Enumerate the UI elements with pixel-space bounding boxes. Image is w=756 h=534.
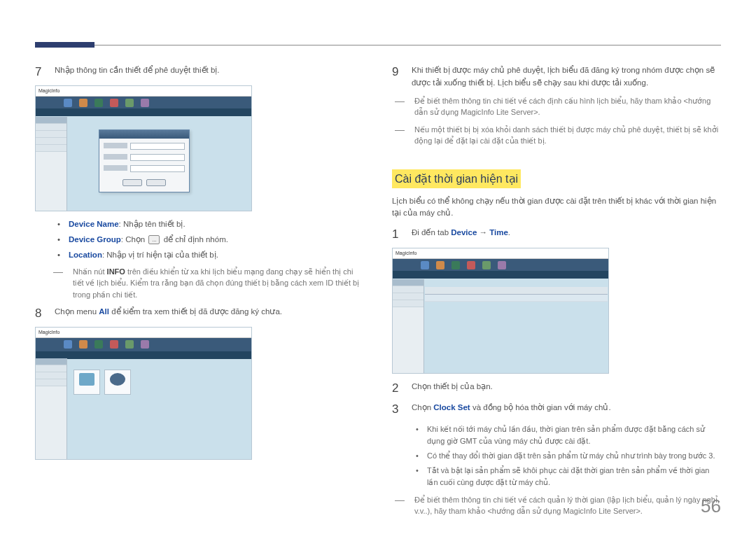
step-2: 2 Chọn thiết bị của bạn. bbox=[392, 381, 721, 396]
tab-device: Device bbox=[451, 228, 477, 237]
field-descriptions: • Device Name: Nhập tên thiết bị. • Devi… bbox=[57, 218, 364, 261]
info-button-label: INFO bbox=[107, 267, 125, 276]
screenshot-toolbar bbox=[393, 259, 608, 272]
screenshot-time-tab: MagicInfo bbox=[392, 248, 609, 374]
screenshot-device-list: MagicInfo bbox=[35, 327, 252, 460]
toolbar-icon bbox=[498, 261, 506, 269]
device-thumb bbox=[104, 370, 131, 395]
step-text: Chọn thiết bị của bạn. bbox=[412, 381, 721, 393]
toolbar-icon bbox=[64, 340, 72, 349]
dialog-ok-button bbox=[122, 179, 142, 186]
screenshot-approval-dialog: MagicInfo bbox=[35, 85, 252, 211]
time-note-item: •Khi kết nối tới máy chủ lần đầu, thời g… bbox=[416, 423, 721, 447]
schedule-config-note: ― Để biết thêm thông tin chi tiết về các… bbox=[395, 95, 721, 118]
toolbar-icon bbox=[467, 261, 475, 269]
toolbar-icon bbox=[79, 99, 88, 107]
info-note: ― Nhấn nút INFO trên điều khiển từ xa kh… bbox=[53, 266, 364, 301]
field-label: Device Name bbox=[69, 220, 119, 228]
page-number: 56 bbox=[701, 496, 721, 517]
toolbar-icon bbox=[110, 99, 118, 107]
screenshot-sidebar bbox=[36, 117, 67, 211]
right-column: 9 Khi thiết bị được máy chủ phê duyệt, l… bbox=[392, 64, 721, 523]
step-text: Chọn Clock Set và đồng bộ hóa thời gian … bbox=[412, 402, 721, 414]
field-label: Device Group bbox=[69, 235, 121, 244]
step-number: 3 bbox=[392, 402, 402, 417]
screenshot-toolbar bbox=[36, 338, 251, 351]
field-location: • Location: Nhập vị trí hiện tại của thi… bbox=[57, 249, 364, 262]
header-rule bbox=[35, 45, 721, 45]
toolbar-icon bbox=[94, 99, 103, 107]
dash-icon: ― bbox=[395, 494, 409, 517]
screenshot-logo: MagicInfo bbox=[36, 86, 251, 97]
field-label: Location bbox=[69, 251, 102, 259]
step-text: Khi thiết bị được máy chủ phê duyệt, lịc… bbox=[412, 64, 721, 90]
field-device-name: • Device Name: Nhập tên thiết bị. bbox=[57, 218, 364, 231]
toolbar-icon bbox=[451, 261, 460, 269]
toolbar-icon bbox=[436, 261, 444, 269]
step-text: Đi đến tab Device → Time. bbox=[412, 227, 721, 239]
dash-icon: ― bbox=[395, 95, 409, 118]
toolbar-icon bbox=[141, 340, 149, 349]
time-notes: •Khi kết nối tới máy chủ lần đầu, thời g… bbox=[416, 423, 721, 489]
screenshot-sidebar bbox=[393, 279, 424, 373]
screenshot-logo: MagicInfo bbox=[393, 248, 608, 259]
dash-icon: ― bbox=[395, 124, 409, 147]
table-header bbox=[425, 287, 608, 295]
field-device-group: • Device Group: Chọn ... để chỉ định nhó… bbox=[57, 234, 364, 246]
toolbar-icon bbox=[94, 340, 103, 349]
section-heading-time-settings: Cài đặt thời gian hiện tại bbox=[392, 169, 521, 188]
step-number: 2 bbox=[392, 381, 402, 396]
step-text: Nhập thông tin cần thiết để phê duyệt th… bbox=[55, 64, 364, 77]
step-1: 1 Đi đến tab Device → Time. bbox=[392, 227, 721, 242]
toolbar-icon bbox=[141, 99, 149, 107]
toolbar-icon bbox=[110, 340, 118, 349]
step-number: 8 bbox=[35, 306, 45, 321]
section-lead: Lịch biểu có thể không chạy nếu thời gia… bbox=[392, 195, 721, 220]
device-delete-note: ― Nếu một thiết bị bị xóa khỏi danh sách… bbox=[395, 124, 721, 147]
step-8: 8 Chọn menu All để kiểm tra xem thiết bị… bbox=[35, 306, 364, 321]
dialog-titlebar bbox=[99, 130, 189, 139]
step-9: 9 Khi thiết bị được máy chủ phê duyệt, l… bbox=[392, 64, 721, 90]
screenshot-logo: MagicInfo bbox=[36, 328, 251, 338]
tab-time: Time bbox=[489, 228, 508, 237]
left-column: 7 Nhập thông tin cần thiết để phê duyệt … bbox=[35, 64, 364, 523]
step-number: 1 bbox=[392, 227, 402, 242]
toolbar-icon bbox=[482, 261, 491, 269]
screenshot-dialog bbox=[99, 129, 190, 192]
browse-icon: ... bbox=[148, 235, 160, 244]
table-row bbox=[425, 295, 608, 302]
time-note-item: •Tắt và bật lại sản phẩm sẽ khôi phục cà… bbox=[416, 465, 721, 489]
toolbar-icon bbox=[421, 261, 429, 269]
step-3: 3 Chọn Clock Set và đồng bộ hóa thời gia… bbox=[392, 402, 721, 417]
step-number: 7 bbox=[35, 64, 45, 80]
toolbar-icon bbox=[79, 340, 88, 349]
content-columns: 7 Nhập thông tin cần thiết để phê duyệt … bbox=[35, 64, 721, 523]
step-text: Chọn menu All để kiểm tra xem thiết bị đ… bbox=[55, 306, 364, 318]
step-number: 9 bbox=[392, 64, 402, 80]
toolbar-icon bbox=[64, 99, 72, 107]
time-management-note: ― Để biết thêm thông tin chi tiết về các… bbox=[395, 494, 721, 517]
dash-icon: ― bbox=[53, 266, 67, 301]
toolbar-icon bbox=[125, 340, 134, 349]
device-thumb bbox=[74, 370, 100, 395]
toolbar-icon bbox=[125, 99, 134, 107]
menu-all: All bbox=[99, 307, 109, 316]
clock-set-label: Clock Set bbox=[433, 403, 470, 412]
screenshot-sidebar bbox=[36, 358, 67, 459]
time-note-item: •Có thể thay đổi thời gian đặt trên sản … bbox=[416, 450, 721, 462]
header-accent bbox=[35, 42, 94, 48]
step-7: 7 Nhập thông tin cần thiết để phê duyệt … bbox=[35, 64, 364, 80]
dialog-cancel-button bbox=[146, 179, 166, 186]
screenshot-toolbar bbox=[36, 97, 251, 109]
